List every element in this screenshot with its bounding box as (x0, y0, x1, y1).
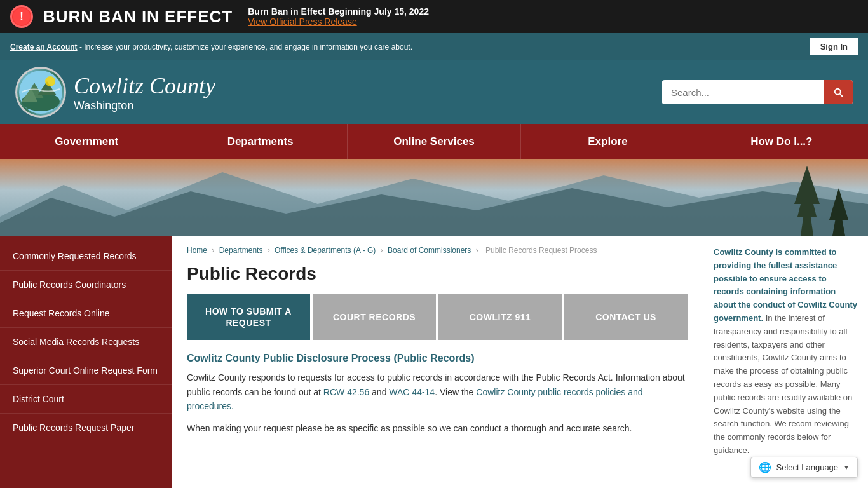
section-heading[interactable]: Cowlitz County Public Disclosure Process… (187, 353, 688, 364)
chevron-down-icon: ▼ (843, 464, 850, 471)
breadcrumb-sep4: › (476, 246, 480, 255)
nav-item-how-do-i[interactable]: How Do I...? (695, 124, 868, 159)
hero-image (0, 159, 868, 236)
search-bar (662, 80, 853, 104)
breadcrumb-departments[interactable]: Departments (219, 246, 263, 255)
breadcrumb-sep2: › (268, 246, 272, 255)
sidebar-item-request-records-online[interactable]: Request Records Online (0, 299, 172, 328)
breadcrumb-offices[interactable]: Offices & Departments (A - G) (275, 246, 376, 255)
county-name-text: Cowlitz County (74, 72, 215, 99)
breadcrumb-sep3: › (381, 246, 385, 255)
nav-item-government[interactable]: Government (0, 124, 173, 159)
nav-item-explore[interactable]: Explore (521, 124, 695, 159)
breadcrumb: Home › Departments › Offices & Departmen… (187, 246, 688, 255)
nav-item-online-services[interactable]: Online Services (348, 124, 521, 159)
action-btn-cowlitz-911[interactable]: COWLITZ 911 (438, 294, 562, 340)
sidebar-item-paper-request[interactable]: Public Records Request Paper (0, 414, 172, 442)
county-name-block: Cowlitz County Washington (74, 72, 215, 112)
search-icon (832, 86, 844, 98)
burn-ban-details: Burn Ban in Effect Beginning July 15, 20… (248, 6, 429, 27)
right-sidebar: Cowlitz County is committed to providing… (703, 236, 868, 488)
action-btn-court-records[interactable]: COURT RECORDS (313, 294, 436, 340)
burn-ban-banner: BURN BAN IN EFFECT Burn Ban in Effect Be… (0, 0, 868, 33)
main-container: Commonly Requested Records Public Record… (0, 236, 868, 488)
search-input[interactable] (662, 81, 824, 104)
breadcrumb-current: Public Records Request Process (485, 246, 597, 255)
language-label: Select Language (776, 463, 839, 472)
county-state-text: Washington (74, 99, 215, 112)
sidebar-item-district-court[interactable]: District Court (0, 385, 172, 414)
para1-after: . View the (435, 387, 476, 397)
breadcrumb-home[interactable]: Home (187, 246, 207, 255)
burn-ban-press-release-link[interactable]: View Official Press Release (248, 17, 429, 27)
burn-ban-title: BURN BAN IN EFFECT (43, 7, 233, 27)
language-selector[interactable]: 🌐 Select Language ▼ (750, 457, 858, 478)
logo-area: Cowlitz County Washington (15, 67, 215, 118)
county-logo (15, 67, 66, 118)
sidebar-item-social-media[interactable]: Social Media Records Requests (0, 328, 172, 356)
burn-ban-icon (10, 5, 33, 28)
wac-link[interactable]: WAC 44-14 (389, 387, 435, 397)
burn-ban-detail-title: Burn Ban in Effect Beginning July 15, 20… (248, 6, 429, 17)
action-btn-how-to-submit[interactable]: HOW TO SUBMIT A REQUEST (187, 294, 310, 340)
action-buttons-row: HOW TO SUBMIT A REQUEST COURT RECORDS CO… (187, 294, 688, 340)
search-button[interactable] (824, 80, 853, 104)
create-account-link[interactable]: Create an Account (10, 43, 78, 51)
header: Cowlitz County Washington (0, 60, 868, 124)
sign-in-button[interactable]: Sign In (810, 38, 858, 55)
svg-point-5 (45, 76, 55, 86)
main-content: Home › Departments › Offices & Departmen… (172, 236, 703, 488)
rcw-link[interactable]: RCW 42.56 (323, 387, 369, 397)
account-bar-description: - Increase your productivity, customize … (78, 43, 412, 51)
breadcrumb-sep1: › (212, 246, 216, 255)
right-sidebar-body: In the interest of transparency and resp… (714, 313, 852, 455)
action-btn-contact-us[interactable]: CONTACT US (564, 294, 688, 340)
globe-icon: 🌐 (759, 461, 771, 473)
para1-between: and (369, 387, 389, 397)
hero-svg (0, 159, 868, 236)
page-title: Public Records (187, 264, 688, 284)
sidebar-item-commonly-requested[interactable]: Commonly Requested Records (0, 242, 172, 271)
sidebar: Commonly Requested Records Public Record… (0, 236, 172, 488)
sidebar-item-superior-court[interactable]: Superior Court Online Request Form (0, 356, 172, 385)
account-bar: Create an Account - Increase your produc… (0, 33, 868, 60)
nav-item-departments[interactable]: Departments (173, 124, 347, 159)
account-bar-text: Create an Account - Increase your produc… (10, 43, 412, 51)
right-sidebar-highlight: Cowlitz County is committed to providing… (714, 247, 857, 323)
right-sidebar-text: Cowlitz County is committed to providing… (714, 246, 858, 458)
breadcrumb-board[interactable]: Board of Commissioners (388, 246, 471, 255)
paragraph-2: When making your request please be as sp… (187, 421, 688, 435)
paragraph-1: Cowlitz County responds to requests for … (187, 370, 688, 413)
main-navigation: Government Departments Online Services E… (0, 124, 868, 159)
sidebar-item-public-records-coordinators[interactable]: Public Records Coordinators (0, 271, 172, 299)
